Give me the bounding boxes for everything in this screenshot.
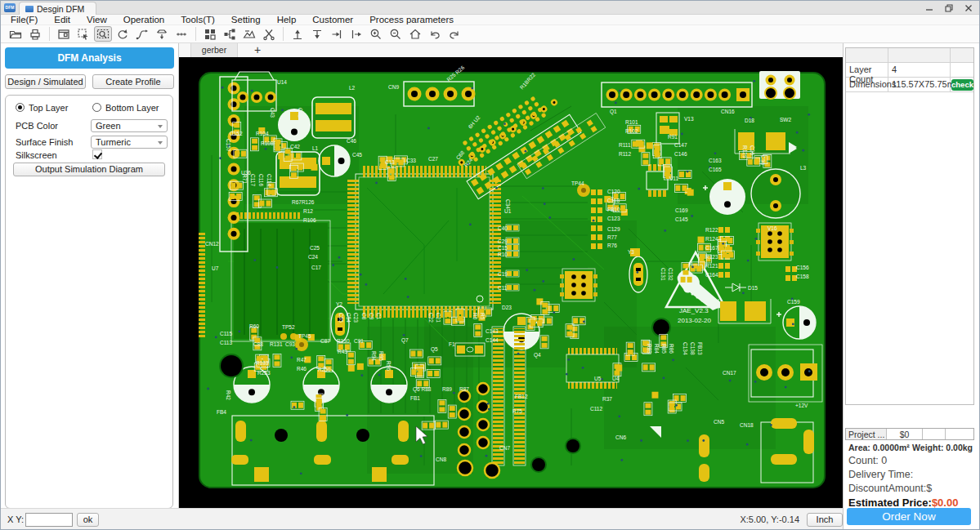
toolbar-button-align-top[interactable] [289,26,307,42]
toolbar-button-new-window[interactable] [55,26,73,42]
menu-item-process-parameters[interactable]: Process parameters [361,15,462,25]
toolbar-button-flip-object[interactable] [153,26,171,42]
toolbar-button-rotate[interactable] [114,26,132,42]
silkscreen-label: CN7 [499,445,510,451]
silkscreen-label: C29 [498,238,508,244]
close-button[interactable] [960,2,978,13]
toolbar-button-grid[interactable] [201,26,219,42]
surface-finish-select[interactable]: Turmeric [91,136,168,149]
estimated-price-value: $0.00 [932,497,959,509]
toolbar-button-measure[interactable] [172,26,190,42]
rotate-icon [116,28,129,41]
check-button[interactable]: check [951,79,973,91]
toolbar-button-open-folder[interactable] [7,26,25,42]
silkscreen-label: C138 [690,342,696,355]
silkscreen-label: C17 [311,265,321,270]
title-tab[interactable]: Desgin DFM [19,2,96,15]
toolbar-button-pan-left[interactable] [328,26,346,42]
silkscreen-label: R253 [257,370,271,376]
project-row[interactable]: Project ... $0 [845,428,974,440]
silkscreen-label: R85 [661,344,667,354]
toolbar [1,25,980,43]
toolbar-button-net[interactable] [221,26,239,42]
menu-item-tools-t[interactable]: Tools(T) [172,15,223,25]
toolbar-button-align-bottom[interactable] [308,26,326,42]
restore-icon [945,4,953,12]
silkscreen-label: Y2 [336,301,342,307]
toolbar-button-zoom-in[interactable] [367,26,385,42]
menu-item-operation[interactable]: Operation [115,15,173,25]
app-logo-icon: DFM [4,3,16,12]
pcb-color-select[interactable]: Green [91,119,168,132]
toolbar-button-zoom-out[interactable] [387,26,405,42]
silkscreen-label: L2 [349,85,356,91]
toolbar-button-cut[interactable] [260,26,278,42]
pcb-color-value: Green [96,121,121,131]
silkscreen-checkbox[interactable] [92,149,102,159]
bottom-layer-radio[interactable] [92,103,101,112]
minimize-icon [925,4,933,12]
menu-item-view[interactable]: View [78,15,115,25]
toolbar-button-undo[interactable] [426,26,444,42]
zoom-window-icon [96,28,110,41]
grid-icon [204,28,217,41]
silkscreen-label: C15 [498,245,508,251]
toolbar-button-redo[interactable] [445,26,463,42]
xy-input[interactable] [25,513,73,527]
unit-toggle-button[interactable]: Inch [807,513,843,527]
silkscreen-label: Q5 [431,346,438,353]
silkscreen-label: C38 [760,155,766,165]
zoom-out-icon [389,28,402,41]
dfm-analysis-button[interactable]: DFM Analysis [5,47,174,69]
silkscreen-label: C21 [436,313,441,323]
pcb-canvas[interactable]: CN12U7U36C152R104C157R108R71C117C116C114… [179,57,843,508]
silkscreen-label: C131 [660,268,666,281]
ok-button[interactable]: ok [77,513,99,527]
menu-item-customer[interactable]: Customer [304,15,361,25]
toolbar-button-zoom-window[interactable] [94,26,112,42]
silkscreen-label: C1 [376,313,382,320]
silkscreen-label: C146 [674,151,687,157]
silkscreen-label: C112 [590,406,602,412]
silkscreen-label: R91 [668,134,678,140]
restore-button[interactable] [940,2,958,13]
silkscreen-label: TP45 [298,333,311,339]
toolbar-button-layers[interactable] [240,26,258,42]
silkscreen-label: C25 [310,245,320,251]
silkscreen-label: R104 [256,131,269,136]
row-name: Dimensions [846,78,888,91]
toolbar-button-select-object[interactable] [74,26,92,42]
minimize-button[interactable] [920,2,938,13]
row-value: 4 [888,63,951,77]
menubar: File(F)EditViewOperationTools(T)SettingH… [1,15,980,25]
print-icon [29,28,42,41]
toolbar-button-home[interactable] [406,26,424,42]
silkscreen-label: Q4 [534,352,541,359]
order-now-button[interactable]: Order Now [847,508,971,525]
output-simulation-button[interactable]: Output Simulation Diagram [13,163,165,176]
silkscreen-label: +12V [795,403,808,408]
area-value: Area: 0.0000m² [848,443,910,452]
top-layer-radio[interactable] [16,103,25,112]
cut-icon [262,28,275,41]
silkscreen-label: C40 [498,225,508,231]
toolbar-button-route[interactable] [133,26,151,42]
menu-item-file-f[interactable]: File(F) [2,15,46,25]
silkscreen-label: L1 [312,145,319,151]
silkscreen-label: L3 [800,165,807,171]
tab-gerber[interactable]: gerber [190,43,238,57]
toolbar-button-print[interactable] [26,26,44,42]
app-logo-icon [25,6,34,12]
silkscreen-label: C11 [498,285,508,291]
design-simulated-button[interactable]: Design / Simulated [5,74,86,89]
right-panel: Layer Count 4 Dimensions 115.57X75.75mm … [843,43,980,530]
silkscreen-label: R46 [297,366,307,372]
menu-item-setting[interactable]: Setting [223,15,269,25]
menu-item-edit[interactable]: Edit [46,15,78,25]
silkscreen-label: R86 [669,344,674,354]
toolbar-button-pan-right[interactable] [347,26,365,42]
menu-item-help[interactable]: Help [269,15,305,25]
create-profile-button[interactable]: Create Profile [92,74,174,89]
silkscreen-label: C22 [428,313,434,323]
add-tab-button[interactable]: + [249,43,266,57]
